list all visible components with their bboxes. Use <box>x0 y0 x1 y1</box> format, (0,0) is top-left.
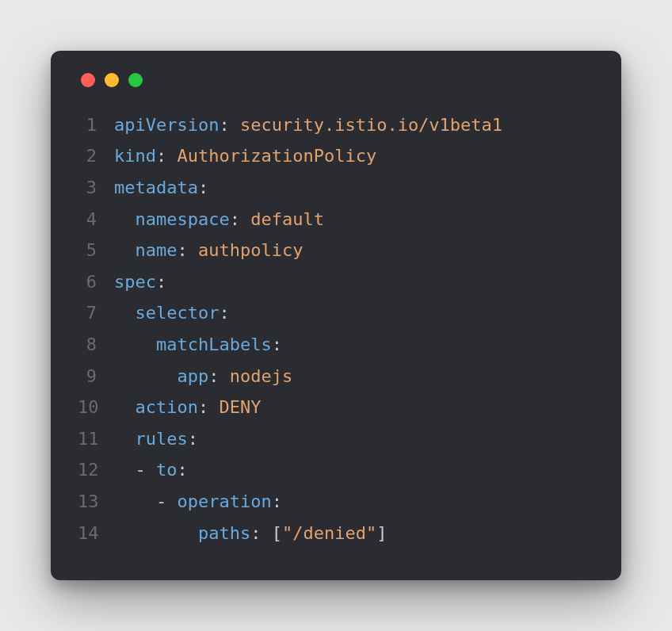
code-token: : <box>272 491 282 511</box>
line-content: paths: ["/denied"] <box>114 518 387 549</box>
code-line: 14 paths: ["/denied"] <box>78 518 594 549</box>
line-content: matchLabels: <box>114 329 282 361</box>
code-token: nodejs <box>230 366 292 386</box>
line-number: 10 <box>78 392 114 423</box>
line-number: 14 <box>78 518 114 549</box>
line-content: rules: <box>114 423 198 455</box>
code-line: 11 rules: <box>78 423 594 455</box>
code-line: 3metadata: <box>78 172 594 204</box>
code-token: "/denied" <box>282 523 376 543</box>
line-number: 8 <box>78 329 114 361</box>
code-token: paths <box>198 523 250 543</box>
window-titlebar <box>78 73 594 87</box>
line-content: name: authpolicy <box>114 235 303 266</box>
line-number: 3 <box>78 172 114 204</box>
line-content: action: DENY <box>114 392 261 423</box>
code-token: ] <box>376 523 387 543</box>
code-token: name <box>136 240 178 260</box>
line-content: metadata: <box>114 172 208 204</box>
code-token: - <box>136 460 157 480</box>
code-line: 12 - to: <box>78 454 594 486</box>
code-token: rules <box>136 429 188 449</box>
code-line: 4 namespace: default <box>78 204 594 235</box>
code-token: namespace <box>136 209 230 229</box>
code-window: 1apiVersion: security.istio.io/v1beta12k… <box>51 51 621 580</box>
line-number: 4 <box>78 204 114 235</box>
code-token: to <box>156 460 178 480</box>
line-number: 5 <box>78 235 114 266</box>
code-block: 1apiVersion: security.istio.io/v1beta12k… <box>78 109 594 549</box>
line-number: 7 <box>78 297 114 329</box>
line-content: app: nodejs <box>114 361 292 392</box>
code-token: - <box>156 491 178 511</box>
minimize-icon[interactable] <box>105 73 119 87</box>
line-content: selector: <box>114 297 230 329</box>
line-content: namespace: default <box>114 204 324 235</box>
line-content: kind: AuthorizationPolicy <box>114 140 376 172</box>
code-token: AuthorizationPolicy <box>177 146 376 166</box>
code-token: : <box>219 115 240 135</box>
line-number: 1 <box>78 109 114 141</box>
code-line: 10 action: DENY <box>78 392 594 423</box>
code-line: 1apiVersion: security.istio.io/v1beta1 <box>78 109 594 141</box>
line-number: 11 <box>78 423 114 455</box>
line-number: 12 <box>78 454 114 486</box>
line-number: 9 <box>78 361 114 392</box>
code-token: : <box>156 272 166 292</box>
code-line: 6spec: <box>78 266 594 298</box>
code-token: spec <box>114 272 156 292</box>
zoom-icon[interactable] <box>128 73 143 87</box>
line-content: - to: <box>114 454 188 486</box>
code-line: 8 matchLabels: <box>78 329 594 361</box>
code-token: selector <box>136 303 220 323</box>
code-token: : <box>188 429 198 449</box>
line-content: apiVersion: security.istio.io/v1beta1 <box>114 109 502 141</box>
code-token: authpolicy <box>198 240 303 260</box>
line-number: 6 <box>78 266 114 298</box>
code-token: default <box>250 209 324 229</box>
code-line: 9 app: nodejs <box>78 361 594 392</box>
code-token: : <box>156 146 178 166</box>
code-token: : <box>177 240 198 260</box>
code-line: 2kind: AuthorizationPolicy <box>78 140 594 172</box>
code-token: metadata <box>114 178 198 197</box>
code-token: : <box>198 178 208 197</box>
code-token: : <box>272 335 282 354</box>
line-content: spec: <box>114 266 166 298</box>
line-number: 2 <box>78 140 114 172</box>
code-token: matchLabels <box>156 335 272 354</box>
code-line: 7 selector: <box>78 297 594 329</box>
line-content: - operation: <box>114 486 282 518</box>
code-token: kind <box>114 146 156 166</box>
code-token: : <box>178 460 188 480</box>
code-token: action <box>136 397 198 417</box>
code-token: : <box>219 303 229 323</box>
code-token: DENY <box>219 397 261 417</box>
close-icon[interactable] <box>81 73 95 87</box>
code-token: app <box>177 366 208 386</box>
code-token: : <box>208 366 230 386</box>
code-token: security.istio.io/v1beta1 <box>240 115 502 135</box>
code-line: 5 name: authpolicy <box>78 235 594 266</box>
line-number: 13 <box>78 486 114 518</box>
code-line: 13 - operation: <box>78 486 594 518</box>
code-token: : <box>230 209 251 229</box>
code-token: : <box>198 397 220 417</box>
code-token: operation <box>177 491 271 511</box>
code-token: : [ <box>250 523 282 543</box>
code-token: apiVersion <box>114 115 219 135</box>
